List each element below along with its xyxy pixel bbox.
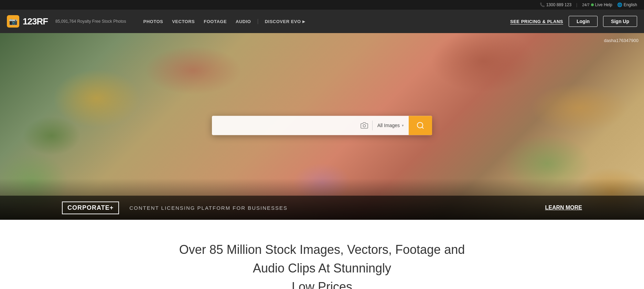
nav-audio[interactable]: AUDIO <box>232 16 254 27</box>
top-bar: 📞 1300 889 123 | 24/7 Live Help 🌐 Englis… <box>0 0 644 10</box>
header: 📷 123RF 85,091,764 Royalty Free Stock Ph… <box>0 10 644 33</box>
chevron-down-icon: ▾ <box>402 123 404 128</box>
nav-vectors[interactable]: VECTORS <box>169 16 198 27</box>
main-nav: PHOTOS VECTORS FOOTAGE AUDIO | DISCOVER … <box>140 16 309 27</box>
corporate-banner: CORPORATE+ CONTENT LICENSING PLATFORM FO… <box>0 196 644 220</box>
logo-icon: 📷 <box>7 15 19 28</box>
main-headline: Over 85 Million Stock Images, Vectors, F… <box>167 240 477 289</box>
nav-divider: | <box>257 18 258 24</box>
language-selector[interactable]: 🌐 English <box>617 2 637 7</box>
camera-search-icon[interactable] <box>356 122 372 129</box>
globe-icon: 🌐 <box>617 2 622 7</box>
search-bar: All Images ▾ <box>212 116 432 135</box>
nav-photos[interactable]: PHOTOS <box>140 16 167 27</box>
nav-footage[interactable]: FOOTAGE <box>200 16 230 27</box>
search-input[interactable] <box>212 117 356 134</box>
hero-watermark: dasha176347900 <box>604 38 639 43</box>
live-status-dot <box>591 3 594 6</box>
hero-section: dasha176347900 All Images ▾ CORPORATE+ C… <box>0 33 644 220</box>
nav-discover[interactable]: DISCOVER EVO ▶ <box>261 16 309 27</box>
corporate-badge[interactable]: CORPORATE+ <box>62 202 119 214</box>
chevron-down-icon: ▶ <box>302 20 305 23</box>
svg-point-1 <box>417 122 423 128</box>
learn-more-link[interactable]: LEARN MORE <box>545 205 582 211</box>
phone-icon: 📞 <box>540 2 545 7</box>
live-help[interactable]: 24/7 Live Help <box>582 2 612 7</box>
logo-text[interactable]: 123RF <box>23 16 48 27</box>
signup-button[interactable]: Sign Up <box>603 16 637 27</box>
corporate-description: CONTENT LICENSING PLATFORM FOR BUSINESSE… <box>129 205 535 211</box>
logo-area[interactable]: 📷 123RF 85,091,764 Royalty Free Stock Ph… <box>7 15 126 28</box>
login-button[interactable]: Login <box>569 16 598 27</box>
header-right: SEE PRICING & PLANS Login Sign Up <box>510 16 637 27</box>
pricing-link[interactable]: SEE PRICING & PLANS <box>510 19 563 24</box>
search-button[interactable] <box>409 116 432 135</box>
main-text-section: Over 85 Million Stock Images, Vectors, F… <box>0 220 644 289</box>
logo-subtext: 85,091,764 Royalty Free Stock Photos <box>55 19 126 24</box>
search-type-dropdown[interactable]: All Images ▾ <box>373 123 409 128</box>
phone-number: 📞 1300 889 123 <box>540 2 571 7</box>
svg-point-0 <box>363 124 365 127</box>
svg-line-2 <box>422 127 423 128</box>
